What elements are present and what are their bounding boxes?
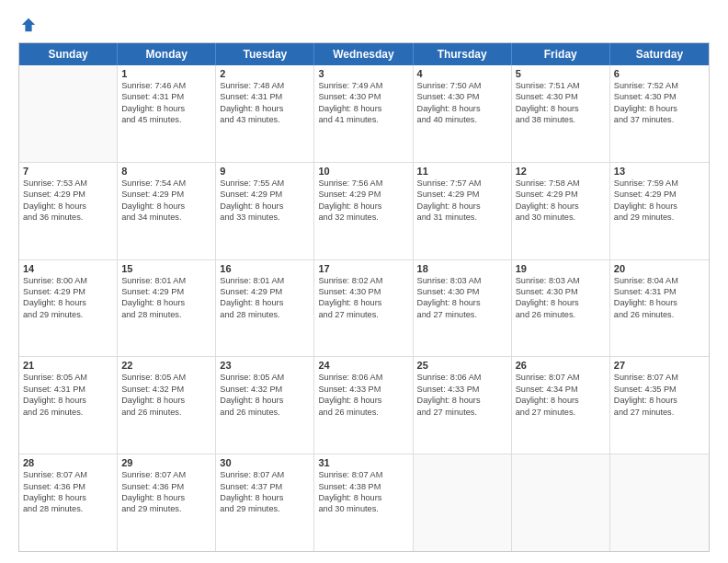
calendar-cell	[610, 454, 709, 551]
calendar-body: 1Sunrise: 7:46 AMSunset: 4:31 PMDaylight…	[19, 65, 709, 551]
cell-line: Sunset: 4:29 PM	[417, 189, 507, 200]
header-day-saturday: Saturday	[610, 43, 709, 65]
cell-line: and 29 minutes.	[220, 503, 310, 514]
cell-line: and 33 minutes.	[220, 212, 310, 223]
cell-line: Sunset: 4:29 PM	[318, 189, 408, 200]
calendar-cell: 14Sunrise: 8:00 AMSunset: 4:29 PMDayligh…	[19, 260, 118, 357]
logo	[18, 17, 37, 33]
cell-line: Sunset: 4:29 PM	[23, 286, 113, 297]
calendar: SundayMondayTuesdayWednesdayThursdayFrid…	[18, 42, 710, 552]
calendar-cell: 16Sunrise: 8:01 AMSunset: 4:29 PMDayligh…	[216, 260, 314, 357]
cell-line: Daylight: 8 hours	[121, 395, 211, 406]
cell-line: Sunset: 4:29 PM	[614, 189, 705, 200]
cell-line: Sunrise: 7:53 AM	[23, 178, 113, 189]
cell-line: Daylight: 8 hours	[417, 297, 507, 308]
cell-line: Daylight: 8 hours	[220, 103, 310, 114]
calendar-cell	[19, 65, 118, 162]
cell-line: Sunset: 4:37 PM	[220, 481, 310, 492]
day-number: 21	[23, 360, 113, 371]
cell-line: Sunrise: 8:05 AM	[23, 372, 113, 383]
day-number: 26	[516, 360, 606, 371]
cell-line: Daylight: 8 hours	[23, 395, 113, 406]
day-number: 7	[23, 166, 113, 177]
cell-line: Sunrise: 8:06 AM	[318, 372, 408, 383]
cell-line: Daylight: 8 hours	[121, 297, 211, 308]
cell-line: Sunset: 4:29 PM	[121, 189, 211, 200]
cell-line: Sunrise: 8:07 AM	[318, 469, 408, 480]
calendar-row-0: 1Sunrise: 7:46 AMSunset: 4:31 PMDaylight…	[19, 65, 709, 163]
cell-line: Sunset: 4:30 PM	[318, 286, 408, 297]
day-number: 15	[121, 263, 211, 274]
cell-line: and 28 minutes.	[23, 503, 113, 514]
day-number: 20	[614, 263, 705, 274]
calendar-cell: 18Sunrise: 8:03 AMSunset: 4:30 PMDayligh…	[414, 260, 512, 357]
day-number: 5	[516, 68, 606, 79]
day-number: 23	[220, 360, 310, 371]
cell-line: Sunset: 4:32 PM	[220, 384, 310, 395]
cell-line: Sunrise: 7:55 AM	[220, 178, 310, 189]
cell-line: Sunrise: 8:03 AM	[516, 275, 606, 286]
calendar-cell: 21Sunrise: 8:05 AMSunset: 4:31 PMDayligh…	[19, 357, 118, 454]
cell-line: Sunrise: 7:46 AM	[121, 80, 211, 91]
cell-line: and 27 minutes.	[614, 407, 705, 418]
day-number: 13	[614, 166, 705, 177]
day-number: 12	[516, 166, 606, 177]
cell-line: Sunrise: 8:01 AM	[121, 275, 211, 286]
cell-line: Daylight: 8 hours	[121, 103, 211, 114]
calendar-cell: 17Sunrise: 8:02 AMSunset: 4:30 PMDayligh…	[314, 260, 413, 357]
cell-line: and 26 minutes.	[23, 407, 113, 418]
header-day-tuesday: Tuesday	[216, 43, 314, 65]
cell-line: and 30 minutes.	[516, 212, 606, 223]
cell-line: and 26 minutes.	[220, 407, 310, 418]
cell-line: Sunset: 4:38 PM	[318, 481, 408, 492]
header-day-monday: Monday	[118, 43, 216, 65]
cell-line: Sunset: 4:31 PM	[220, 91, 310, 102]
calendar-cell	[512, 454, 610, 551]
calendar-cell: 9Sunrise: 7:55 AMSunset: 4:29 PMDaylight…	[216, 163, 314, 259]
cell-line: and 34 minutes.	[121, 212, 211, 223]
cell-line: Daylight: 8 hours	[318, 201, 408, 212]
day-number: 18	[417, 263, 507, 274]
cell-line: and 26 minutes.	[121, 407, 211, 418]
cell-line: Sunset: 4:30 PM	[516, 286, 606, 297]
cell-line: and 37 minutes.	[614, 114, 705, 125]
day-number: 29	[121, 457, 211, 468]
calendar-cell: 24Sunrise: 8:06 AMSunset: 4:33 PMDayligh…	[314, 357, 413, 454]
cell-line: Daylight: 8 hours	[220, 395, 310, 406]
calendar-row-1: 7Sunrise: 7:53 AMSunset: 4:29 PMDaylight…	[19, 163, 709, 260]
day-number: 3	[318, 68, 408, 79]
cell-line: Sunset: 4:30 PM	[318, 91, 408, 102]
day-number: 11	[417, 166, 507, 177]
day-number: 24	[318, 360, 408, 371]
calendar-cell: 15Sunrise: 8:01 AMSunset: 4:29 PMDayligh…	[118, 260, 216, 357]
cell-line: Daylight: 8 hours	[23, 492, 113, 503]
svg-marker-0	[22, 18, 35, 31]
cell-line: Daylight: 8 hours	[417, 103, 507, 114]
day-number: 27	[614, 360, 705, 371]
cell-line: Sunset: 4:30 PM	[417, 91, 507, 102]
cell-line: Daylight: 8 hours	[614, 297, 705, 308]
cell-line: and 29 minutes.	[614, 212, 705, 223]
calendar-cell: 4Sunrise: 7:50 AMSunset: 4:30 PMDaylight…	[414, 65, 512, 162]
calendar-cell: 25Sunrise: 8:06 AMSunset: 4:33 PMDayligh…	[414, 357, 512, 454]
cell-line: Daylight: 8 hours	[614, 103, 705, 114]
calendar-cell: 19Sunrise: 8:03 AMSunset: 4:30 PMDayligh…	[512, 260, 610, 357]
cell-line: and 31 minutes.	[417, 212, 507, 223]
cell-line: Daylight: 8 hours	[516, 201, 606, 212]
day-number: 16	[220, 263, 310, 274]
day-number: 22	[121, 360, 211, 371]
day-number: 2	[220, 68, 310, 79]
cell-line: Sunrise: 7:48 AM	[220, 80, 310, 91]
day-number: 25	[417, 360, 507, 371]
cell-line: Daylight: 8 hours	[220, 201, 310, 212]
calendar-cell: 11Sunrise: 7:57 AMSunset: 4:29 PMDayligh…	[414, 163, 512, 259]
cell-line: Sunrise: 7:49 AM	[318, 80, 408, 91]
cell-line: Daylight: 8 hours	[121, 492, 211, 503]
cell-line: Sunset: 4:36 PM	[121, 481, 211, 492]
cell-line: and 43 minutes.	[220, 114, 310, 125]
calendar-cell: 7Sunrise: 7:53 AMSunset: 4:29 PMDaylight…	[19, 163, 118, 259]
cell-line: Sunset: 4:30 PM	[417, 286, 507, 297]
cell-line: Sunrise: 8:05 AM	[121, 372, 211, 383]
header	[18, 17, 710, 33]
header-day-thursday: Thursday	[414, 43, 512, 65]
